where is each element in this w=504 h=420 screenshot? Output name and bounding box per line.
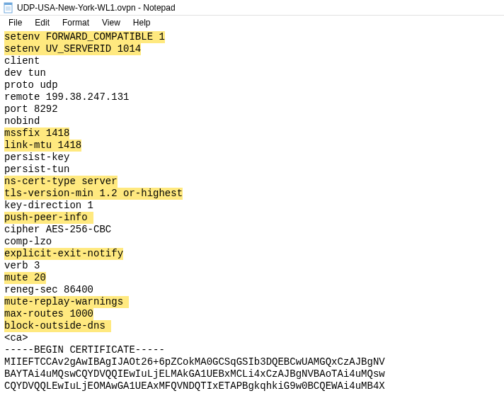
text-line: mssfix 1418	[4, 127, 500, 140]
highlighted-text: explicit-exit-notify	[4, 248, 123, 260]
highlighted-text: mute 20	[4, 272, 46, 284]
text-line: reneg-sec 86400	[4, 284, 500, 296]
text-line: setenv UV_SERVERID 1014	[4, 43, 500, 55]
svg-rect-1	[4, 3, 12, 5]
menu-help[interactable]: Help	[127, 16, 156, 29]
text-line: persist-key	[4, 152, 500, 164]
text-line: MIIEFTCCAv2gAwIBAgIJAOt26+6pZCokMA0GCSqG…	[4, 356, 500, 368]
text-line: push-peer-info	[4, 212, 500, 224]
text-line: dev tun	[4, 67, 500, 79]
text-line: client	[4, 55, 500, 67]
text-line: comp-lzo	[4, 236, 500, 248]
title-bar: UDP-USA-New-York-WL1.ovpn - Notepad	[0, 0, 504, 16]
text-line: setenv FORWARD_COMPATIBLE 1	[4, 31, 500, 43]
highlighted-text: mute-replay-warnings	[4, 296, 129, 308]
text-line: remote 199.38.247.131	[4, 91, 500, 103]
menu-edit[interactable]: Edit	[29, 16, 55, 29]
text-line: link-mtu 1418	[4, 140, 500, 152]
highlighted-text: setenv FORWARD_COMPATIBLE 1	[4, 31, 165, 43]
text-line: -----BEGIN CERTIFICATE-----	[4, 344, 500, 356]
text-line: cipher AES-256-CBC	[4, 224, 500, 236]
text-line: verb 3	[4, 260, 500, 272]
text-line: explicit-exit-notify	[4, 248, 500, 260]
text-line: CQYDVQQLEwIuLjEOMAwGA1UEAxMFQVNDQTIxETAP…	[4, 380, 500, 392]
highlighted-text: max-routes 1000	[4, 308, 93, 320]
highlighted-text: ns-cert-type server	[4, 176, 118, 188]
highlighted-text: link-mtu 1418	[4, 140, 81, 152]
text-line: mute-replay-warnings	[4, 296, 500, 308]
menu-format[interactable]: Format	[57, 16, 95, 29]
menu-bar: File Edit Format View Help	[0, 16, 504, 30]
highlighted-text: mssfix 1418	[4, 127, 69, 140]
highlighted-text: setenv UV_SERVERID 1014	[4, 43, 141, 55]
window-title: UDP-USA-New-York-WL1.ovpn - Notepad	[17, 3, 176, 13]
text-line: port 8292	[4, 103, 500, 115]
highlighted-text: push-peer-info	[4, 212, 93, 224]
text-line: tls-version-min 1.2 or-highest	[4, 188, 500, 200]
text-line: max-routes 1000	[4, 308, 500, 320]
menu-view[interactable]: View	[96, 16, 126, 29]
text-line: <ca>	[4, 332, 500, 344]
text-line: persist-tun	[4, 164, 500, 176]
text-line: ns-cert-type server	[4, 176, 500, 188]
text-editor-area[interactable]: setenv FORWARD_COMPATIBLE 1setenv UV_SER…	[0, 30, 504, 397]
text-line: proto udp	[4, 79, 500, 91]
text-line: block-outside-dns	[4, 320, 500, 332]
text-line: mute 20	[4, 272, 500, 284]
highlighted-text: tls-version-min 1.2 or-highest	[4, 188, 183, 200]
menu-file[interactable]: File	[3, 16, 28, 29]
highlighted-text: block-outside-dns	[4, 320, 111, 332]
notepad-icon	[3, 2, 14, 13]
text-line: key-direction 1	[4, 200, 500, 212]
text-line: nobind	[4, 115, 500, 127]
text-line: BAYTAi4uMQswCQYDVQQIEwIuLjELMAkGA1UEBxMC…	[4, 368, 500, 380]
